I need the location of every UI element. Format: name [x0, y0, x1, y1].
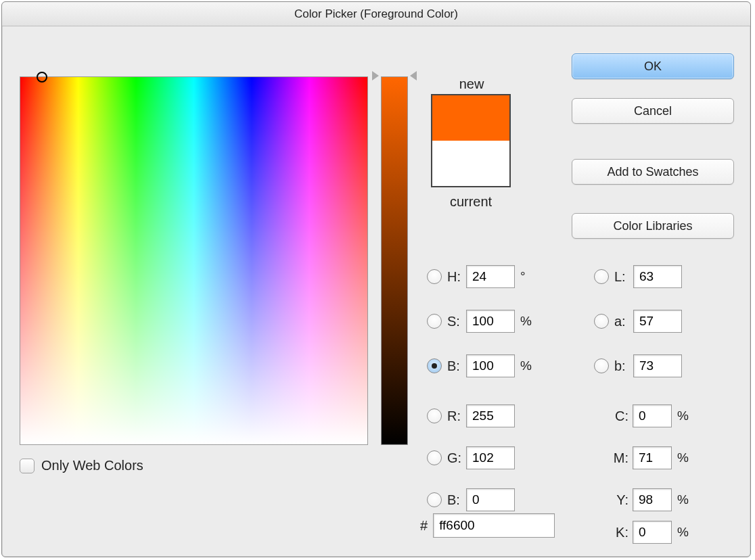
- lab-b-row: b: 73: [594, 352, 682, 379]
- saturation-row: S: 100 %: [427, 308, 532, 335]
- yellow-row: Y: 98 %: [611, 486, 689, 513]
- yellow-input[interactable]: 98: [633, 488, 672, 511]
- lab-l-input[interactable]: 63: [633, 265, 682, 288]
- cyan-label: C:: [611, 409, 633, 424]
- lab-l-row: L: 63: [594, 263, 682, 290]
- blue-row: B: 0: [427, 486, 515, 513]
- cyan-input[interactable]: 0: [633, 404, 672, 427]
- brightness-label: B:: [447, 358, 466, 374]
- lab-a-label: a:: [614, 314, 633, 329]
- color-field[interactable]: [20, 76, 368, 445]
- lab-a-input[interactable]: 57: [633, 310, 682, 333]
- red-row: R: 255: [427, 402, 515, 429]
- blue-input[interactable]: 0: [466, 488, 515, 511]
- add-to-swatches-button[interactable]: Add to Swatches: [572, 159, 734, 185]
- lab-l-radio[interactable]: [594, 269, 609, 284]
- window-title: Color Picker (Foreground Color): [2, 2, 750, 26]
- brightness-unit: %: [520, 358, 532, 373]
- color-libraries-button[interactable]: Color Libraries: [572, 213, 734, 239]
- magenta-row: M: 71 %: [611, 444, 689, 471]
- blue-label: B:: [447, 492, 466, 508]
- saturation-input[interactable]: 100: [466, 310, 515, 333]
- blue-radio[interactable]: [427, 492, 442, 507]
- red-radio[interactable]: [427, 409, 442, 423]
- yellow-unit: %: [677, 492, 689, 507]
- color-picker-dialog: Color Picker (Foreground Color) new curr…: [1, 1, 751, 557]
- yellow-label: Y:: [611, 492, 633, 508]
- green-label: G:: [447, 450, 466, 466]
- black-label: K:: [611, 525, 633, 540]
- color-field-sat-layer: [20, 77, 367, 444]
- cyan-row: C: 0 %: [611, 402, 689, 429]
- hue-label: H:: [447, 269, 466, 285]
- saturation-radio[interactable]: [427, 314, 442, 329]
- ok-button[interactable]: OK: [572, 53, 734, 79]
- red-input[interactable]: 255: [466, 404, 515, 427]
- strip-indicator-right-icon: [410, 71, 417, 80]
- lab-b-input[interactable]: 73: [633, 354, 682, 377]
- brightness-input[interactable]: 100: [466, 354, 515, 377]
- cancel-button[interactable]: Cancel: [572, 98, 734, 124]
- saturation-label: S:: [447, 314, 466, 329]
- new-color-label: new: [431, 76, 512, 92]
- magenta-input[interactable]: 71: [633, 446, 672, 469]
- green-radio[interactable]: [427, 450, 442, 465]
- lab-a-row: a: 57: [594, 308, 682, 335]
- hue-input[interactable]: 24: [466, 265, 515, 288]
- cyan-unit: %: [677, 409, 689, 423]
- lab-b-radio[interactable]: [594, 358, 609, 373]
- brightness-radio[interactable]: [427, 358, 442, 373]
- hex-row: # ff6600: [420, 513, 555, 538]
- hex-hash-label: #: [420, 518, 428, 534]
- red-label: R:: [447, 409, 466, 424]
- radio-dot-icon: [432, 363, 437, 369]
- new-color-swatch[interactable]: [432, 95, 509, 141]
- magenta-unit: %: [677, 450, 689, 465]
- color-preview: [431, 94, 511, 187]
- black-input[interactable]: 0: [633, 521, 672, 544]
- hue-row: H: 24 °: [427, 263, 526, 290]
- only-web-colors-checkbox[interactable]: [20, 459, 35, 473]
- strip-indicator-left-icon: [372, 71, 379, 80]
- brightness-strip[interactable]: [381, 76, 408, 445]
- only-web-colors-label: Only Web Colors: [41, 458, 143, 473]
- lab-l-label: L:: [614, 269, 633, 285]
- dialog-content: new current OK Cancel Add to Swatches Co…: [2, 26, 750, 557]
- magenta-label: M:: [611, 450, 633, 466]
- green-row: G: 102: [427, 444, 515, 471]
- lab-b-label: b:: [614, 358, 633, 374]
- lab-a-radio[interactable]: [594, 314, 609, 329]
- black-row: K: 0 %: [611, 519, 689, 546]
- hue-radio[interactable]: [427, 269, 442, 284]
- saturation-unit: %: [520, 314, 532, 329]
- current-color-label: current: [427, 194, 515, 210]
- black-unit: %: [677, 525, 689, 540]
- green-input[interactable]: 102: [466, 446, 515, 469]
- only-web-colors-row: Only Web Colors: [20, 458, 143, 473]
- hex-input[interactable]: ff6600: [433, 513, 555, 538]
- brightness-row: B: 100 %: [427, 352, 532, 379]
- current-color-swatch[interactable]: [432, 141, 509, 186]
- hue-unit: °: [520, 269, 526, 284]
